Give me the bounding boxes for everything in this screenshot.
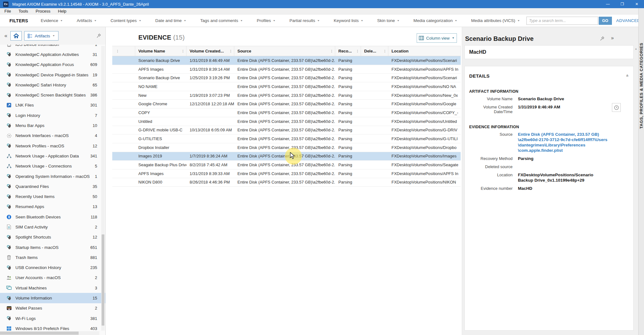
menu-file[interactable]: File (4, 9, 11, 14)
column-header-volume-name[interactable]: Volume Name⋮ (135, 46, 186, 56)
maximize-button[interactable]: ❐ (615, 0, 630, 8)
sidebar-horizontal-scrollbar[interactable] (0, 331, 99, 335)
filter-evidence[interactable]: Evidence▼ (41, 18, 63, 23)
sidebar-item-network-interfaces-macos[interactable]: Network Interfaces - macOS4 (0, 131, 105, 141)
collapse-sidebar-icon[interactable]: « (4, 33, 7, 39)
sidebar-item-seen-bluetooth-devices[interactable]: Seen Bluetooth Devices118 (0, 212, 105, 222)
table-row[interactable]: New1/19/2019 3:07:23 PMEntire Disk (APFS… (112, 91, 461, 100)
sidebar-item-windows-8-10-prefetch-files[interactable]: Windows 8/10 Prefetch Files403 (0, 323, 105, 331)
table-row[interactable]: APFS Images1/31/2019 8:39:33 AMEntire Di… (112, 169, 461, 178)
filter-profiles[interactable]: Profiles▼ (257, 18, 276, 23)
menu-help[interactable]: Help (58, 9, 66, 14)
column-header-dele-[interactable]: Dele...⋮ (361, 46, 388, 56)
tags-profiles-media-tab[interactable]: TAGS, PROFILES & MEDIA CATEGORIES (639, 43, 644, 129)
sidebar-item-login-history[interactable]: Login History7 (0, 110, 105, 120)
sidebar-item-operating-system-information-macos[interactable]: Operating System Information - macOS1 (0, 171, 105, 181)
sidebar-item-usb-connection-history[interactable]: USB Connection History235 (0, 263, 105, 273)
filter-bar: FILTERS Evidence▼Artifacts▼Content types… (0, 14, 644, 27)
apple-icon (6, 143, 12, 149)
sidebar-item-wallet-passes[interactable]: Wallet Passes2 (0, 303, 105, 313)
column-header-volume-created-[interactable]: Volume Created...⋮ (186, 46, 234, 56)
close-button[interactable]: ✕ (630, 0, 644, 8)
column-menu-icon[interactable]: ⋮ (116, 49, 119, 53)
sidebar-item-lnk-files[interactable]: LNK Files301 (0, 100, 105, 110)
sidebar-item-network-usage-connections[interactable]: Network Usage - Connections5 (0, 161, 105, 171)
table-row[interactable]: COPYEntire Disk (APFS Container, 233.57 … (112, 108, 461, 117)
filter-date-and-time[interactable]: Date and time▼ (155, 18, 186, 23)
sidebar-item-network-profiles-macos[interactable]: Network Profiles - macOS12 (0, 141, 105, 151)
table-row[interactable]: NIKON D8008/26/2018 4:46:36 PMEntire Dis… (112, 178, 461, 187)
sidebar-item-virtual-machines[interactable]: Virtual Machines3 (0, 283, 105, 293)
sidebar-item-recently-used-items[interactable]: Recently Used Items50 (0, 191, 105, 201)
column-menu-icon[interactable]: ⋮ (327, 51, 333, 52)
location-cell: FXDesktopVolumePositions/Google (388, 100, 461, 108)
column-menu-icon[interactable]: ⋮ (353, 51, 359, 52)
sidebar-item-knowledgec-device-plugged-in-states[interactable]: KnowledgeC Device Plugged-in States19 (0, 70, 105, 80)
table-row[interactable]: NO NAMEEntire Disk (APFS Container, 233.… (112, 82, 461, 91)
field-value[interactable]: Entire Disk (APFS Container, 233.57 GB) … (518, 132, 610, 153)
sidebar-item-spotlight-shortcuts[interactable]: Spotlight Shortcuts12 (0, 232, 105, 242)
evidence-header: EVIDENCE(15) Column view ▼ (106, 27, 462, 45)
sidebar-item-resumed-apps[interactable]: Resumed Apps13 (0, 202, 105, 212)
advanced-search-link[interactable]: ADVANCED (616, 18, 640, 23)
column-menu-icon[interactable]: ⋮ (226, 51, 232, 52)
sidebar-item-volume-information[interactable]: Volume Information15 (0, 293, 105, 303)
evidence-source-card[interactable]: MacHD (464, 45, 634, 59)
details-pin-icon[interactable] (600, 36, 604, 41)
view-selector-button[interactable]: Artifacts ▼ (24, 31, 58, 41)
table-row[interactable]: Scenario Backup Drive1/25/2019 3:19:26 P… (112, 74, 461, 82)
sidebar-item-startup-items-macos[interactable]: Startup Items - macOS651 (0, 242, 105, 252)
sidebar-item-ios-device-information[interactable]: iOS Device Information1 (0, 45, 105, 49)
row-menu-column-header[interactable]: ⋮ (112, 46, 135, 56)
details-scroll-up-icon[interactable]: ▲ (635, 47, 637, 50)
sidebar-pin-icon[interactable] (96, 34, 101, 38)
collapse-section-icon[interactable]: « (625, 74, 630, 77)
sidebar-item-menu-bar-apps[interactable]: Menu Bar Apps10 (0, 120, 105, 130)
table-row[interactable]: APFS Images1/31/2019 8:39:14 AMEntire Di… (112, 65, 461, 74)
sidebar-item-network-usage-application-data[interactable]: Network Usage - Application Data341 (0, 151, 105, 161)
filter-keyword-lists[interactable]: Keyword lists▼ (334, 18, 363, 23)
minimize-button[interactable]: — (601, 0, 615, 8)
sidebar-item-quarantined-files[interactable]: Quarantined Files35 (0, 181, 105, 191)
filter-artifacts[interactable]: Artifacts▼ (77, 18, 97, 23)
filter-tags-and-comments[interactable]: Tags and comments▼ (200, 18, 243, 23)
sidebar-scrollbar-thumb[interactable] (102, 234, 104, 326)
filter-skin-tone[interactable]: Skin tone▼ (377, 18, 400, 23)
sidebar-hscrollbar-thumb[interactable] (0, 332, 79, 335)
sidebar-vertical-scrollbar[interactable] (101, 46, 105, 331)
artifact-label: KnowledgeC Application Activities (15, 52, 93, 57)
clock-button[interactable] (612, 103, 621, 112)
column-header-source[interactable]: Source⋮ (234, 46, 335, 56)
table-row[interactable]: UntitledEntire Disk (APFS Container, 233… (112, 117, 461, 126)
menu-tools[interactable]: Tools (19, 9, 28, 14)
filter-media-attributes-vics-[interactable]: Media attributes (VICS)▼ (471, 18, 520, 23)
field-value: FXDesktopVolumePositions/Scenario Backup… (518, 172, 610, 183)
table-row[interactable]: G-UTILITIESEntire Disk (APFS Container, … (112, 135, 461, 143)
search-input[interactable] (526, 17, 598, 25)
filter-media-categorization[interactable]: Media categorization▼ (414, 18, 458, 23)
column-menu-icon[interactable]: ⋮ (380, 51, 386, 52)
column-header-reco-[interactable]: Reco...⋮ (335, 46, 361, 56)
column-view-button[interactable]: Column view ▼ (417, 33, 457, 43)
home-button[interactable] (10, 31, 22, 41)
filter-content-types[interactable]: Content types▼ (111, 18, 142, 23)
table-row[interactable]: G-DRIVE mobile USB-C10/13/2018 6:05:09 A… (112, 126, 461, 135)
table-row[interactable]: Google Chrome12/12/2018 12:20:18 AMEntir… (112, 100, 461, 108)
sidebar-item-knowledgec-safari-history[interactable]: KnowledgeC Safari History65 (0, 80, 105, 90)
sidebar-item-knowledgec-screen-backlight-states[interactable]: KnowledgeC Screen Backlight States386 (0, 90, 105, 100)
sidebar-item-trash-items[interactable]: Trash Items881 (0, 252, 105, 262)
menu-process[interactable]: Process (36, 9, 50, 14)
column-menu-icon[interactable]: ⋮ (178, 51, 185, 52)
volume-created-cell: 1/25/2019 3:19:26 PM (186, 74, 234, 82)
sidebar-item-sim-card-activity[interactable]: SIM Card Activity2 (0, 222, 105, 232)
search-go-button[interactable]: GO (599, 17, 612, 25)
sidebar-item-user-accounts-macos[interactable]: User Accounts - macOS2 (0, 273, 105, 283)
sidebar-item-knowledgec-application-activities[interactable]: KnowledgeC Application Activities31 (0, 49, 105, 59)
table-row[interactable]: Scenario Backup Drive1/31/2019 8:46:49 A… (112, 56, 461, 65)
table-row[interactable]: Seagate Backup Plus Drive8/2/2018 7:45:4… (112, 161, 461, 169)
filter-partial-results[interactable]: Partial results▼ (289, 18, 320, 23)
sidebar-item-knowledgec-application-focus[interactable]: KnowledgeC Application Focus609 (0, 60, 105, 70)
column-header-location[interactable]: Location (388, 46, 461, 56)
sidebar-item-wi-fi-logs[interactable]: Wi-Fi Logs381 (0, 313, 105, 323)
expand-panel-icon[interactable]: » (611, 35, 614, 41)
